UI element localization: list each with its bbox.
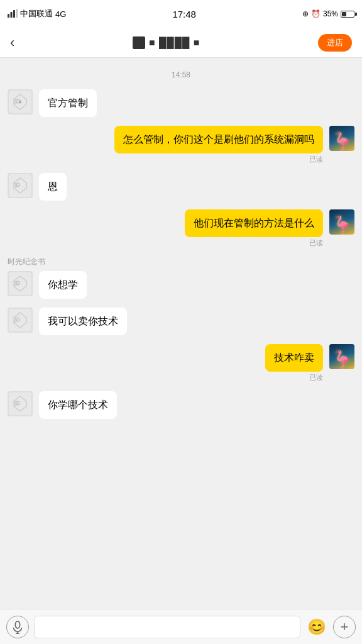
message-row: 恩 [0,170,362,203]
bubble-wrap: 恩 [33,173,67,201]
bubble-wrap: 你想学 [33,271,87,299]
bubble-wrap: 官方管制 [33,89,97,117]
message-bubble: 我可以卖你技术 [39,308,127,335]
alarm-icon: ⏰ [311,9,321,18]
emoji-button[interactable]: 😊 [305,616,328,638]
nav-title: ■ ████ ■ [133,36,200,49]
avatar: 🦩 [329,209,354,235]
message-row: 你学哪个技术 [0,389,362,421]
message-row: 我可以卖你技术 [0,305,362,338]
message-bubble: 你学哪个技术 [39,391,117,419]
message-bubble: 官方管制 [39,89,97,117]
message-row: 🦩 怎么管制，你们这个是刷他们的系统漏洞吗 已读 [0,123,362,167]
back-button[interactable]: ‹ [10,35,14,51]
svg-rect-1 [11,12,13,18]
message-bubble: 他们现在管制的方法是什么 [185,209,323,237]
network-label: 4G [55,9,66,19]
status-right: ⊕ ⏰ 35% [302,9,354,18]
status-left: 中国联通 4G [8,8,66,19]
read-label: 已读 [309,373,323,382]
battery-percent: 35% [323,9,338,18]
section-label: 时光纪念书 [0,254,362,269]
message-row: ♦ 官方管制 [0,87,362,119]
title-text: ■ ████ ■ [149,37,200,48]
message-bubble: 怎么管制，你们这个是刷他们的系统漏洞吗 [114,126,323,153]
voice-icon [11,620,25,634]
message-timestamp: 14:58 [0,70,362,79]
nav-bar: ‹ ■ ████ ■ 进店 [0,28,362,58]
svg-rect-3 [16,9,18,18]
enter-store-button[interactable]: 进店 [318,34,352,52]
carrier-label: 中国联通 [20,8,53,19]
message-row: 你想学 [0,269,362,301]
svg-rect-2 [13,10,15,18]
avatar [8,308,33,333]
bubble-wrap: 他们现在管制的方法是什么 已读 [185,209,329,248]
input-bar: 😊 + [0,609,362,644]
bubble-wrap: 怎么管制，你们这个是刷他们的系统漏洞吗 已读 [114,126,329,164]
bubble-wrap: 你学哪个技术 [33,391,117,419]
message-bubble: 恩 [39,173,67,201]
time-display: 17:48 [172,9,196,19]
bubble-wrap: 我可以卖你技术 [33,308,127,335]
message-row: 🦩 他们现在管制的方法是什么 已读 [0,207,362,250]
message-bubble: 技术咋卖 [265,344,323,372]
svg-text:♦: ♦ [18,98,21,105]
bubble-wrap: 技术咋卖 已读 [265,344,329,382]
avatar: 🦩 [329,344,354,369]
status-bar: 中国联通 4G 17:48 ⊕ ⏰ 35% [0,0,362,28]
message-bubble: 你想学 [39,271,87,299]
svg-point-30 [15,621,19,628]
location-icon: ⊕ [302,9,309,18]
message-input[interactable] [34,616,300,638]
avatar [8,271,33,296]
chat-area: 14:58 ♦ 官方管制 🦩 怎么管制，你们这个是刷他们的系统漏洞吗 [0,58,362,609]
avatar [8,391,33,416]
battery-icon [341,11,354,18]
message-row: 🦩 技术咋卖 已读 [0,341,362,385]
voice-button[interactable] [6,616,29,638]
avatar: 🦩 [329,126,354,151]
title-icon [133,36,145,49]
avatar [8,173,33,198]
svg-rect-0 [8,14,9,18]
avatar: ♦ [8,89,33,114]
read-label: 已读 [309,155,323,164]
add-button[interactable]: + [333,616,356,638]
signal-icon [8,9,18,19]
read-label: 已读 [309,238,323,248]
